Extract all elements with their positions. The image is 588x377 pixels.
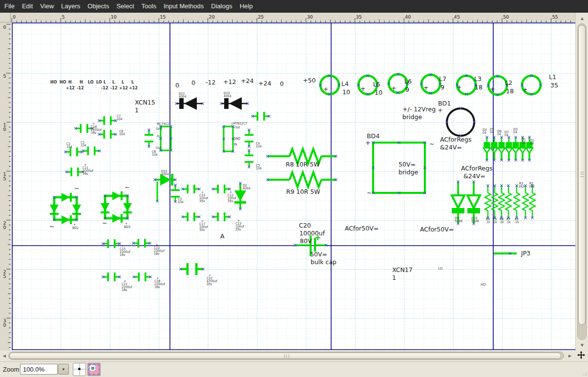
ruler-number: 50 bbox=[503, 14, 509, 20]
schematic-label-10: 10 bbox=[342, 89, 350, 96]
schematic-label-bd2: BD2 bbox=[72, 227, 79, 230]
schematic-label-+24: +24 bbox=[258, 80, 271, 87]
schematic-label-~: ~ bbox=[102, 220, 107, 227]
schematic-label-4004: 4004 bbox=[179, 95, 187, 99]
schematic-label-ho: HO bbox=[60, 81, 66, 85]
schematic-label--12: -12 bbox=[110, 86, 117, 91]
schematic-label-1k: 1k bbox=[507, 221, 510, 224]
schematic-label-+-12vreg: +/- 12Vreg bbox=[402, 106, 436, 113]
schematic-label-+12: +12 bbox=[129, 86, 138, 91]
move-cross-icon bbox=[577, 351, 585, 359]
schematic-label-5048: 5048 bbox=[471, 220, 479, 223]
menu-item-layers[interactable]: Layers bbox=[61, 0, 80, 13]
zoom-input[interactable] bbox=[20, 364, 58, 375]
schematic-label-~: ~ bbox=[125, 184, 129, 191]
vertical-scrollbar[interactable]: ▲ ▼ bbox=[575, 13, 588, 351]
schematic-label-l: L bbox=[131, 81, 134, 85]
schematic-label-10: 10 bbox=[375, 89, 382, 96]
layer-view-tool-button[interactable] bbox=[87, 363, 101, 376]
menu-item-dialogs[interactable]: Dialogs bbox=[211, 0, 232, 13]
schematic-label-+: + bbox=[365, 140, 370, 147]
schematic-label-16v: 16v bbox=[154, 252, 159, 256]
schematic-label-acfor50v: ACfor50V= bbox=[420, 226, 454, 233]
schematic-label-104: 104 bbox=[119, 133, 125, 136]
menu-item-view[interactable]: View bbox=[40, 0, 54, 13]
scroll-down-arrow-icon[interactable]: ▼ bbox=[579, 342, 586, 349]
scroll-right-arrow-icon[interactable]: ► bbox=[567, 353, 573, 359]
horizontal-scroll-thumb[interactable] bbox=[9, 353, 561, 359]
crosshair-grid-tool-button[interactable] bbox=[73, 363, 86, 376]
menu-item-objects[interactable]: Objects bbox=[87, 0, 109, 13]
schematic-label-l3: L3 bbox=[474, 76, 482, 83]
schematic-label-ho: HO bbox=[481, 283, 486, 287]
menu-item-tools[interactable]: Tools bbox=[142, 0, 156, 13]
pan-tool-icon[interactable] bbox=[577, 351, 588, 361]
ruler-number: 10 bbox=[2, 122, 7, 131]
schematic-label-l1: L1 bbox=[549, 74, 556, 81]
ruler-number: 5 bbox=[2, 73, 7, 78]
ruler-number: 15 bbox=[160, 14, 166, 20]
schematic-label-4004: 4004 bbox=[243, 187, 251, 190]
horizontal-ruler: 0510152025303540455055 bbox=[11, 13, 575, 22]
schematic-label-acforregs: ACforRegs bbox=[440, 136, 472, 143]
menu-item-input-methods[interactable]: Input Methods bbox=[164, 0, 204, 13]
ruler-number: 25 bbox=[258, 14, 264, 20]
schematic-label-16v: 16v bbox=[91, 131, 96, 135]
chevron-down-icon: ▼ bbox=[62, 367, 65, 372]
schematic-label-1: 1 bbox=[135, 107, 139, 114]
ruler-number: 30 bbox=[2, 318, 7, 327]
ruler-number: 35 bbox=[356, 14, 362, 20]
schematic-label-1k: 1k bbox=[500, 221, 504, 224]
scroll-up-arrow-icon[interactable]: ▲ bbox=[579, 15, 586, 22]
status-bar: Zoom ▼ bbox=[0, 361, 588, 377]
ruler-number: 0 bbox=[2, 24, 7, 29]
schematic-label-80v: 80V bbox=[300, 238, 312, 245]
menu-item-file[interactable]: File bbox=[4, 0, 15, 13]
schematic-label-+: + bbox=[323, 86, 328, 93]
schematic-label-bd4: BD4 bbox=[367, 133, 379, 140]
schematic-label-bridge: bridge bbox=[399, 169, 418, 176]
schematic-label-h: H bbox=[80, 81, 83, 85]
schematic-label-bd3: BD3 bbox=[124, 226, 130, 229]
schematic-label-4004: 4004 bbox=[161, 173, 169, 176]
schematic-label-l6: L6 bbox=[404, 78, 412, 85]
resize-grip[interactable] bbox=[582, 371, 587, 376]
schematic-label-l: L bbox=[104, 81, 106, 85]
schematic-label-+: + bbox=[315, 233, 321, 242]
schematic-label-mc7912: MC7912 bbox=[157, 123, 169, 126]
zoom-dropdown-button[interactable]: ▼ bbox=[58, 364, 69, 375]
schematic-label-+: + bbox=[523, 86, 527, 93]
schematic-label-1k: 1k bbox=[493, 221, 497, 224]
pcb-application-window: FileEditViewLayersObjectsSelectToolsInpu… bbox=[0, 0, 588, 377]
schematic-label-l: L bbox=[122, 81, 124, 85]
schematic-label-16v: 16v bbox=[122, 289, 127, 292]
zoom-label: Zoom bbox=[3, 366, 19, 373]
schematic-label-r910r5w: R9 10R 5W bbox=[286, 188, 320, 195]
ruler-number: 55 bbox=[552, 14, 558, 20]
schematic-label-l4: L4 bbox=[341, 81, 349, 87]
schematic-label-+: + bbox=[490, 86, 495, 93]
scroll-left-arrow-icon[interactable]: ◄ bbox=[1, 353, 8, 359]
schematic-label-+50: +50 bbox=[303, 77, 315, 84]
schematic-label-9: 9 bbox=[441, 84, 444, 91]
menu-item-select[interactable]: Select bbox=[116, 0, 134, 13]
schematic-label-ho: HO bbox=[50, 81, 57, 85]
horizontal-scroll-track[interactable] bbox=[8, 352, 564, 360]
schematic-label-1k: 1k bbox=[515, 221, 519, 224]
schematic-label-~: ~ bbox=[49, 223, 54, 230]
schematic-label--12: -12 bbox=[101, 86, 108, 91]
menu-item-edit[interactable]: Edit bbox=[22, 0, 33, 13]
schematic-label-104: 104 bbox=[256, 167, 262, 170]
vertical-ruler: 051015202530 bbox=[0, 22, 11, 351]
schematic-label-104: 104 bbox=[81, 144, 86, 147]
schematic-label--12: -12 bbox=[206, 79, 215, 86]
horizontal-scrollbar[interactable]: ◄ ► bbox=[0, 351, 575, 361]
schematic-label-lo: LO bbox=[88, 81, 94, 85]
vertical-scroll-thumb[interactable] bbox=[578, 25, 586, 325]
schematic-label-jp3: JP3 bbox=[521, 250, 530, 257]
menu-item-help[interactable]: Help bbox=[240, 0, 253, 13]
pcb-canvas[interactable]: HOHOHHLOLOLLLL+12-12-12-12+12+12XCN15100… bbox=[11, 22, 575, 351]
schematic-label-2k2: 2K2 bbox=[519, 185, 525, 188]
menu-bar: FileEditViewLayersObjectsSelectToolsInpu… bbox=[0, 0, 588, 13]
vertical-scroll-track[interactable] bbox=[577, 23, 587, 340]
